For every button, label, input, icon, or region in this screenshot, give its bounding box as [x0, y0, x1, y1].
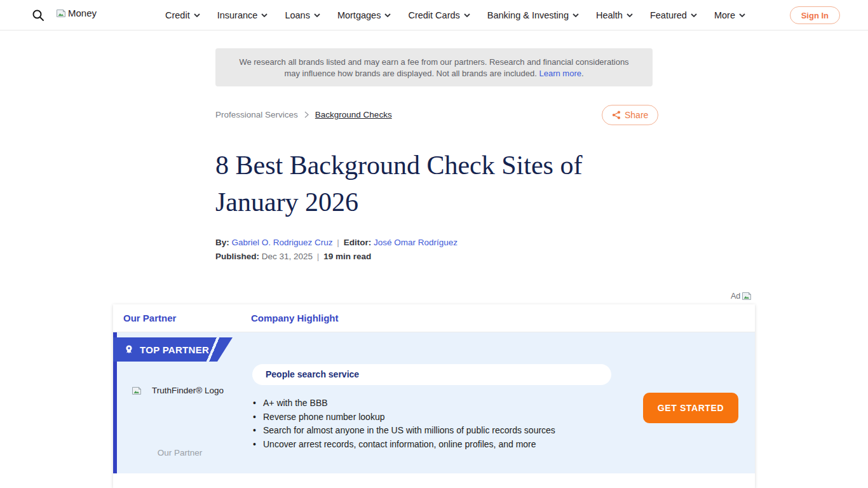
list-item: A+ with the BBB: [252, 396, 634, 410]
top-partner-label: TOP PARTNER: [140, 344, 209, 355]
partner-logo[interactable]: TruthFinder® Logo: [132, 386, 224, 395]
ad-disclosure: Ad: [731, 292, 752, 301]
breadcrumb-current[interactable]: Background Checks: [315, 110, 392, 119]
our-partner-caption: Our Partner: [132, 448, 227, 458]
breadcrumb-chevron-icon: [304, 111, 309, 118]
list-item: Uncover arrest records, contact informat…: [252, 438, 634, 452]
main-menu: Credit Insurance Loans Mortgages Credit …: [165, 0, 745, 30]
published-date: Dec 31, 2025: [262, 252, 313, 261]
medal-icon: [124, 344, 134, 355]
list-item: Search for almost anyone in the US with …: [252, 424, 634, 438]
by-label: By:: [215, 238, 229, 247]
partner-table-header: Our Partner Company Highlight: [113, 304, 755, 332]
chevron-down-icon: [573, 13, 579, 17]
nav-item-featured[interactable]: Featured: [650, 10, 697, 20]
chevron-down-icon: [194, 13, 200, 17]
category-pill: People search service: [252, 364, 611, 385]
next-row-partial: [113, 473, 755, 488]
chevron-down-icon: [691, 13, 697, 17]
nav-item-more[interactable]: More: [714, 10, 745, 20]
broken-image-icon: [742, 292, 752, 301]
search-icon[interactable]: [32, 9, 44, 22]
logo-alt-text: Money: [68, 8, 97, 18]
byline: By: Gabriel O. Rodriguez Cruz | Editor: …: [215, 238, 458, 247]
chevron-down-icon: [261, 13, 268, 17]
share-button[interactable]: Share: [602, 105, 658, 125]
published-label: Published:: [215, 252, 259, 261]
published-line: Published: Dec 31, 2025 | 19 min read: [215, 252, 371, 261]
advertiser-disclosure: We research all brands listed and may ea…: [215, 48, 653, 86]
chevron-down-icon: [627, 13, 633, 17]
partner-logo-alt-text: TruthFinder® Logo: [152, 386, 224, 395]
partner-comparison-card: Our Partner Company Highlight TOP PARTNE…: [113, 304, 755, 488]
nav-item-loans[interactable]: Loans: [285, 10, 320, 20]
editor-label: Editor:: [344, 238, 372, 247]
chevron-down-icon: [314, 13, 320, 17]
share-label: Share: [625, 110, 648, 120]
breadcrumb-parent[interactable]: Professional Services: [215, 110, 298, 119]
nav-item-credit[interactable]: Credit: [165, 10, 200, 20]
broken-image-icon: [56, 9, 66, 18]
share-icon: [612, 111, 621, 119]
page-title: 8 Best Background Check Sites of January…: [215, 147, 660, 220]
top-partner-row: TOP PARTNER TruthFinder® Logo Our Partne…: [113, 332, 755, 473]
top-partner-badge: TOP PARTNER: [113, 337, 233, 362]
nav-item-mortgages[interactable]: Mortgages: [337, 10, 391, 20]
chevron-down-icon: [384, 13, 391, 17]
nav-item-banking-investing[interactable]: Banking & Investing: [487, 10, 579, 20]
nav-item-health[interactable]: Health: [596, 10, 633, 20]
editor-link[interactable]: José Omar Rodríguez: [374, 238, 458, 247]
sign-in-button[interactable]: Sign In: [790, 6, 840, 24]
read-time: 19 min read: [323, 252, 371, 261]
money-logo[interactable]: Money: [56, 8, 97, 18]
ad-label-text: Ad: [731, 292, 740, 301]
chevron-down-icon: [464, 13, 470, 17]
breadcrumb: Professional Services Background Checks: [215, 110, 392, 119]
column-header-our-partner: Our Partner: [123, 313, 176, 323]
list-item: Reverse phone number lookup: [252, 410, 634, 424]
highlight-list: A+ with the BBB Reverse phone number loo…: [252, 396, 634, 451]
column-header-company-highlight: Company Highlight: [251, 313, 339, 323]
learn-more-link[interactable]: Learn more: [539, 69, 581, 78]
broken-image-icon: [132, 386, 142, 395]
nav-item-credit-cards[interactable]: Credit Cards: [408, 10, 470, 20]
nav-item-insurance[interactable]: Insurance: [217, 10, 268, 20]
top-navigation-bar: Money Credit Insurance Loans Mortgages C…: [0, 0, 868, 30]
page: Money Credit Insurance Loans Mortgages C…: [0, 0, 868, 488]
get-started-button[interactable]: GET STARTED: [643, 393, 738, 423]
author-link[interactable]: Gabriel O. Rodriguez Cruz: [232, 238, 333, 247]
chevron-down-icon: [739, 13, 745, 17]
